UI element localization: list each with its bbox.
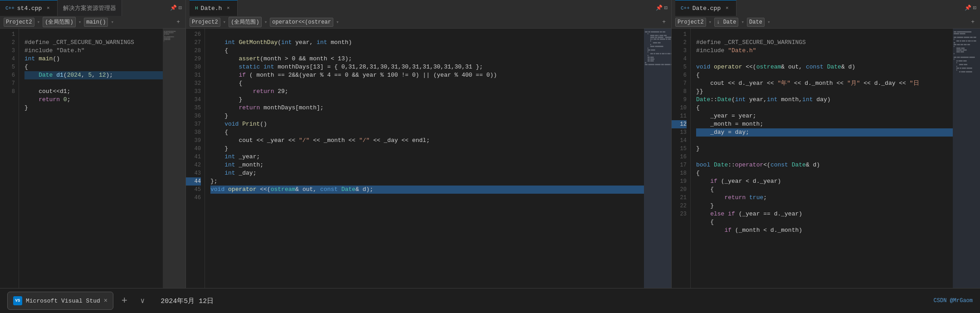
- center-func-btn[interactable]: operator<<(ostrear: [270, 18, 333, 27]
- c-line-27: {: [210, 47, 228, 54]
- right-toolbar: Project2 ▾ ↓ Date ▾ Date ▾ +: [672, 16, 980, 28]
- ln-1: 1: [0, 30, 15, 39]
- left-line-1: #define _CRT_SECURE_NO_WARNINGS: [24, 39, 134, 46]
- center-tab-group: H Date.h × 📌 ⊡: [186, 0, 672, 16]
- center-overflow-icon[interactable]: ⊡: [664, 5, 668, 11]
- r-line-9: {: [696, 104, 700, 111]
- left-func-btn[interactable]: main(): [84, 18, 108, 27]
- left-tab-actions[interactable]: 📌 ⊡: [166, 0, 185, 16]
- center-sep1: ▾: [223, 19, 226, 25]
- r-line-18: {: [696, 186, 714, 193]
- pin-icon[interactable]: 📌: [170, 5, 177, 11]
- c-line-28: assert(month > 0 && month < 13);: [210, 55, 352, 62]
- c-line-39: }: [210, 145, 228, 152]
- right-func-btn[interactable]: Date: [747, 18, 765, 27]
- center-scope-btn[interactable]: (全局范围): [229, 17, 261, 27]
- taskbar-more-btn[interactable]: ∨: [135, 293, 150, 308]
- c-line-36: void Print(): [210, 121, 267, 127]
- left-code-editor[interactable]: 1 2 3 4 5 6 7 8 #define _CRT_SECURE_NO_W…: [0, 29, 185, 288]
- r-line-8: Date::Date(int year,int month,int day): [696, 96, 831, 103]
- left-line-8: }: [24, 104, 28, 111]
- r-line-10: _year = year;: [696, 112, 756, 119]
- tab-st4-close[interactable]: ×: [44, 5, 52, 12]
- center-pin-icon[interactable]: 📌: [656, 5, 663, 11]
- right-overflow-icon[interactable]: ⊡: [973, 5, 976, 11]
- right-minimap: ████ █████████████████████ ████████ ████…: [953, 29, 980, 288]
- tab-st4[interactable]: C++ st4.cpp ×: [0, 0, 58, 16]
- tab-dateh-close[interactable]: ×: [224, 5, 232, 12]
- left-line-6: cout<<d1;: [24, 88, 70, 95]
- tab-datecpp-close[interactable]: ×: [723, 5, 731, 12]
- tab-datecpp-label: Date.cpp: [692, 5, 721, 12]
- taskbar-add-btn[interactable]: +: [117, 293, 132, 308]
- center-add-btn[interactable]: +: [660, 18, 668, 26]
- c-line-29: static int monthDays[13] = { 0,31,28,31,…: [210, 64, 483, 70]
- vs-tab-close[interactable]: ×: [104, 297, 107, 304]
- overflow-icon[interactable]: ⊡: [179, 5, 182, 11]
- right-sep3: ▾: [767, 19, 770, 25]
- r-line-23: if (_month < d._month): [696, 227, 802, 234]
- tab-datecpp-icon: C++: [681, 5, 690, 11]
- taskbar: VS Microsoft Visual Stud × + ∨ 2024年5月 1…: [0, 288, 980, 313]
- left-code-content: #define _CRT_SECURE_NO_WARNINGS #include…: [19, 29, 163, 288]
- left-scope-btn[interactable]: (全局范围): [43, 17, 75, 27]
- taskbar-vs-tab[interactable]: VS Microsoft Visual Stud ×: [7, 292, 113, 310]
- r-line-20: }: [696, 202, 714, 209]
- center-project-btn[interactable]: Project2: [190, 18, 220, 27]
- right-editor-panel: 1234567891011121314151617181920212223 #d…: [672, 29, 980, 288]
- left-line-numbers: 1 2 3 4 5 6 7 8: [0, 29, 19, 288]
- left-line-4: {: [24, 64, 28, 70]
- right-add-btn[interactable]: +: [969, 18, 976, 26]
- r-line-6: cout << d._year << "年" << d._month << "月…: [696, 80, 919, 87]
- center-line-numbers: 2627282930313233343536373839404142434445…: [186, 29, 205, 288]
- ln-4: 4: [0, 55, 15, 63]
- right-pin-icon[interactable]: 📌: [965, 5, 971, 11]
- center-sep3: ▾: [336, 19, 339, 25]
- center-toolbar: Project2 ▾ (全局范围) ▾ operator<<(ostrear ▾…: [186, 16, 672, 28]
- tab-datecpp[interactable]: C++ Date.cpp ×: [675, 0, 736, 16]
- center-editor-panel: 2627282930313233343536373839404142434445…: [186, 29, 672, 288]
- ln-5: 5: [0, 63, 15, 71]
- left-sep2: ▾: [78, 19, 82, 25]
- c-line-37: {: [210, 129, 228, 136]
- tab-resource-mgr[interactable]: 解决方案资源管理器: [58, 0, 122, 16]
- left-line-7: return 0;: [24, 96, 70, 103]
- r-line-12: _day = day;: [696, 128, 953, 137]
- c-line-35: }: [210, 112, 228, 119]
- c-line-33: }: [210, 96, 242, 103]
- c-line-43: };: [210, 178, 218, 185]
- r-line-13: }: [696, 145, 700, 152]
- right-code-editor[interactable]: 1234567891011121314151617181920212223 #d…: [672, 29, 980, 288]
- vs-icon: VS: [13, 296, 22, 305]
- center-tab-actions[interactable]: 📌 ⊡: [652, 0, 671, 16]
- taskbar-credit: CSDN @MrGaom: [934, 298, 973, 304]
- center-sep2: ▾: [264, 19, 268, 25]
- c-line-42: int _day;: [210, 170, 256, 176]
- c-line-34: return monthDays[month];: [210, 104, 324, 111]
- left-project-btn[interactable]: Project2: [4, 18, 34, 27]
- vs-app-title: Microsoft Visual Stud: [26, 298, 100, 304]
- main-content: 1 2 3 4 5 6 7 8 #define _CRT_SECURE_NO_W…: [0, 29, 980, 288]
- tab-dateh[interactable]: H Date.h ×: [190, 0, 238, 16]
- tab-st4-label: st4.cpp: [17, 5, 42, 12]
- tab-resource-mgr-label: 解决方案资源管理器: [63, 4, 116, 12]
- right-project-btn[interactable]: Project2: [675, 18, 706, 27]
- right-scope-btn[interactable]: ↓ Date: [714, 18, 738, 27]
- r-line-4: void operator <<(ostream& out, const Dat…: [696, 64, 855, 70]
- right-sep2: ▾: [741, 19, 744, 25]
- c-line-40: int _year;: [210, 153, 260, 160]
- right-tab-group: C++ Date.cpp × 📌 ⊡: [672, 0, 980, 16]
- left-line-5: Date d1(2024, 5, 12);: [24, 71, 163, 79]
- tab-dateh-label: Date.h: [201, 5, 222, 12]
- center-code-editor[interactable]: 2627282930313233343536373839404142434445…: [186, 29, 671, 288]
- center-code-content: int GetMonthDay(int year, int month) { a…: [205, 29, 644, 288]
- right-tab-actions[interactable]: 📌 ⊡: [961, 0, 980, 16]
- ln-6: 6: [0, 71, 15, 79]
- ln-7: 7: [0, 79, 15, 88]
- left-toolbar: Project2 ▾ (全局范围) ▾ main() ▾ +: [0, 16, 186, 28]
- right-line-numbers: 1234567891011121314151617181920212223: [672, 29, 691, 288]
- r-line-22: {: [696, 219, 714, 225]
- center-minimap: ████ ███ ████████████ ███ ████ █ ██████ …: [644, 29, 671, 288]
- right-sep1: ▾: [709, 19, 712, 25]
- left-add-btn[interactable]: +: [175, 18, 182, 26]
